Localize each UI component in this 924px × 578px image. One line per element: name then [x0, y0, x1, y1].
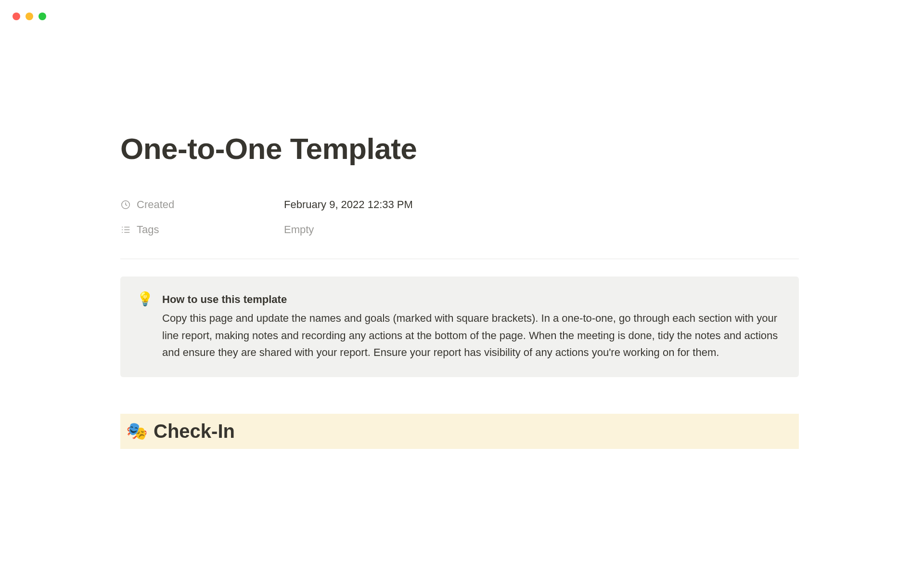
clock-icon — [120, 199, 131, 210]
page-properties: Created February 9, 2022 12:33 PM Tags E… — [120, 192, 799, 242]
properties-divider — [120, 259, 799, 259]
section-title: Check-In — [154, 420, 235, 442]
property-label-tags: Tags — [120, 223, 284, 236]
window-controls — [13, 13, 46, 20]
masks-icon: 🎭 — [126, 422, 148, 440]
property-row-tags[interactable]: Tags Empty — [120, 217, 799, 242]
section-heading-checkin[interactable]: 🎭 Check-In — [120, 414, 799, 449]
callout-body[interactable]: How to use this template Copy this page … — [162, 291, 783, 361]
window-maximize-button[interactable] — [38, 13, 46, 20]
svg-point-5 — [122, 229, 123, 230]
page-title[interactable]: One-to-One Template — [120, 132, 799, 165]
callout-title: How to use this template — [162, 291, 783, 308]
property-row-created[interactable]: Created February 9, 2022 12:33 PM — [120, 192, 799, 217]
window-minimize-button[interactable] — [26, 13, 33, 20]
list-icon — [120, 224, 131, 235]
property-label-text: Tags — [137, 223, 159, 236]
window-close-button[interactable] — [13, 13, 20, 20]
property-value-created[interactable]: February 9, 2022 12:33 PM — [284, 198, 413, 211]
callout-howto[interactable]: 💡 How to use this template Copy this pag… — [120, 276, 799, 377]
property-value-tags[interactable]: Empty — [284, 223, 314, 236]
callout-text: Copy this page and update the names and … — [162, 312, 778, 358]
lightbulb-icon: 💡 — [137, 291, 154, 361]
property-label-text: Created — [137, 198, 174, 211]
svg-point-4 — [122, 227, 123, 228]
svg-point-6 — [122, 232, 123, 233]
property-label-created: Created — [120, 198, 284, 211]
page-content: One-to-One Template Created February 9, … — [120, 132, 799, 449]
